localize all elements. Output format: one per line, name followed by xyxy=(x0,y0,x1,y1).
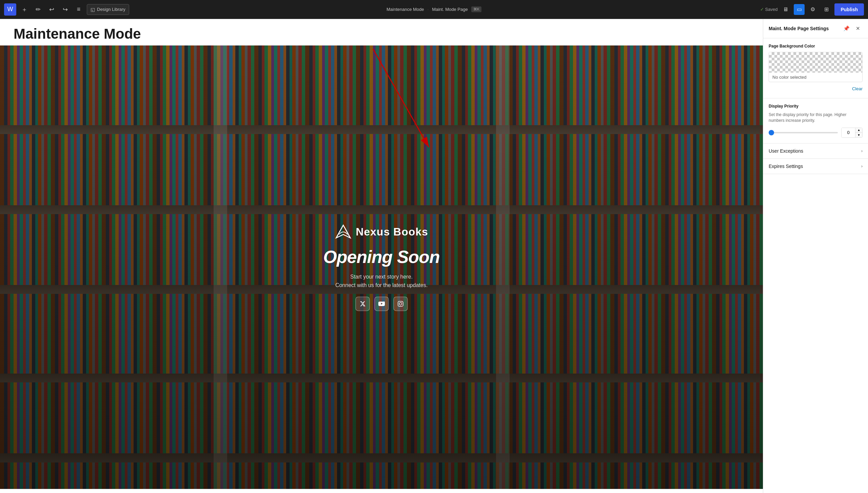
priority-decrement[interactable]: ▼ xyxy=(855,133,862,137)
svg-point-3 xyxy=(399,302,402,305)
main-area: Maintenance Mode xyxy=(0,19,868,493)
tablet-view-button[interactable]: ▭ xyxy=(794,4,805,15)
twitter-icon-btn[interactable] xyxy=(355,297,370,311)
panel-header: Maint. Mode Page Settings 📌 ✕ xyxy=(763,19,868,38)
title-separator: · xyxy=(428,7,429,12)
tagline-line1: Start your next story here. xyxy=(323,272,439,281)
instagram-icon-btn[interactable] xyxy=(393,297,408,311)
right-panel: Maint. Mode Page Settings 📌 ✕ Page Backg… xyxy=(763,19,868,493)
priority-stepper: ▲ ▼ xyxy=(855,128,862,137)
expires-settings-label: Expires Settings xyxy=(769,164,803,169)
checkerboard-pattern xyxy=(769,52,862,73)
add-button[interactable]: ＋ xyxy=(19,4,30,15)
check-icon: ✓ xyxy=(760,7,764,12)
design-library-label: Design Library xyxy=(97,7,125,12)
no-color-label: No color selected xyxy=(769,73,862,82)
social-icons-row xyxy=(323,297,439,311)
close-icon: ✕ xyxy=(856,25,860,32)
tagline: Start your next story here. Connect with… xyxy=(323,272,439,290)
clear-link[interactable]: Clear xyxy=(769,85,863,93)
nexus-books-title: Nexus Books xyxy=(356,226,428,238)
page-name: Maintenance Mode xyxy=(387,7,424,12)
layout-icon: ⊞ xyxy=(824,6,829,13)
page-subname: Maint. Mode Page xyxy=(432,7,468,12)
pin-button[interactable]: 📌 xyxy=(842,24,851,33)
display-priority-desc: Set the display priority for this page. … xyxy=(769,112,863,124)
top-bar: W ＋ ✏ ↩ ↪ ≡ ◱ Design Library Maintenance… xyxy=(0,0,868,19)
settings-icon: ⚙ xyxy=(810,6,815,13)
page-title-bar: Maintenance Mode xyxy=(0,19,763,45)
svg-rect-2 xyxy=(398,301,403,306)
layout-button[interactable]: ⊞ xyxy=(821,4,832,15)
user-exceptions-section: User Exceptions › xyxy=(763,144,868,159)
tablet-icon: ▭ xyxy=(797,6,802,13)
priority-increment[interactable]: ▲ xyxy=(855,128,862,133)
center-title: Maintenance Mode · Maint. Mode Page ⌘K xyxy=(387,6,481,12)
opening-soon-text: Opening Soon xyxy=(323,247,439,267)
display-priority-label: Display Priority xyxy=(769,104,863,109)
redo-button[interactable]: ↪ xyxy=(60,4,71,15)
editor-area: Maintenance Mode xyxy=(0,19,763,493)
pencil-button[interactable]: ✏ xyxy=(33,4,43,15)
expires-settings-section: Expires Settings › xyxy=(763,159,868,174)
tagline-line2: Connect with us for the latest updates. xyxy=(323,281,439,290)
bg-color-label: Page Background Color xyxy=(769,44,863,49)
saved-indicator: ✓ Saved xyxy=(760,7,778,12)
nexus-logo-icon xyxy=(335,224,352,241)
design-library-icon: ◱ xyxy=(91,7,95,12)
design-library-button[interactable]: ◱ Design Library xyxy=(87,4,129,15)
redo-icon: ↪ xyxy=(63,6,68,13)
panel-close-button[interactable]: ✕ xyxy=(853,24,863,33)
add-icon: ＋ xyxy=(21,5,27,14)
svg-point-4 xyxy=(401,302,402,303)
publish-button[interactable]: Publish xyxy=(834,3,864,16)
wp-logo-icon: W xyxy=(7,6,13,13)
monitor-icon: 🖥 xyxy=(783,6,788,13)
color-picker-box[interactable]: No color selected xyxy=(769,52,863,82)
user-exceptions-header[interactable]: User Exceptions › xyxy=(763,144,868,158)
page-title: Maintenance Mode xyxy=(14,26,749,42)
settings-button[interactable]: ⚙ xyxy=(807,4,818,15)
user-exceptions-label: User Exceptions xyxy=(769,148,803,154)
preview-area[interactable]: Nexus Books Opening Soon Start your next… xyxy=(0,45,763,489)
centered-content: Nexus Books Opening Soon Start your next… xyxy=(323,224,439,311)
pin-icon: 📌 xyxy=(843,25,850,32)
bookshelf-scene: Nexus Books Opening Soon Start your next… xyxy=(0,45,763,489)
shortcut-badge: ⌘K xyxy=(471,6,481,12)
youtube-icon-btn[interactable] xyxy=(374,297,389,311)
monitor-view-button[interactable]: 🖥 xyxy=(780,4,791,15)
hamburger-icon: ≡ xyxy=(77,6,81,13)
user-exceptions-chevron: › xyxy=(861,149,863,153)
priority-input[interactable]: 0 xyxy=(842,128,855,137)
hamburger-button[interactable]: ≡ xyxy=(73,4,84,15)
top-bar-right: ✓ Saved 🖥 ▭ ⚙ ⊞ Publish xyxy=(760,3,864,16)
saved-text: Saved xyxy=(765,7,778,12)
panel-title: Maint. Mode Page Settings xyxy=(769,26,829,31)
nexus-logo-row: Nexus Books xyxy=(323,224,439,241)
panel-header-icons: 📌 ✕ xyxy=(842,24,863,33)
wp-logo[interactable]: W xyxy=(4,3,16,16)
priority-slider[interactable] xyxy=(769,132,838,133)
expires-settings-chevron: › xyxy=(861,164,863,169)
expires-settings-header[interactable]: Expires Settings › xyxy=(763,159,868,174)
priority-control: 0 ▲ ▼ xyxy=(841,128,863,138)
display-priority-section: Display Priority Set the display priorit… xyxy=(763,98,868,144)
undo-button[interactable]: ↩ xyxy=(46,4,57,15)
undo-icon: ↩ xyxy=(49,6,54,13)
priority-row: 0 ▲ ▼ xyxy=(769,128,863,138)
pencil-icon: ✏ xyxy=(36,6,41,13)
page-background-color-section: Page Background Color No color selected … xyxy=(763,38,868,98)
